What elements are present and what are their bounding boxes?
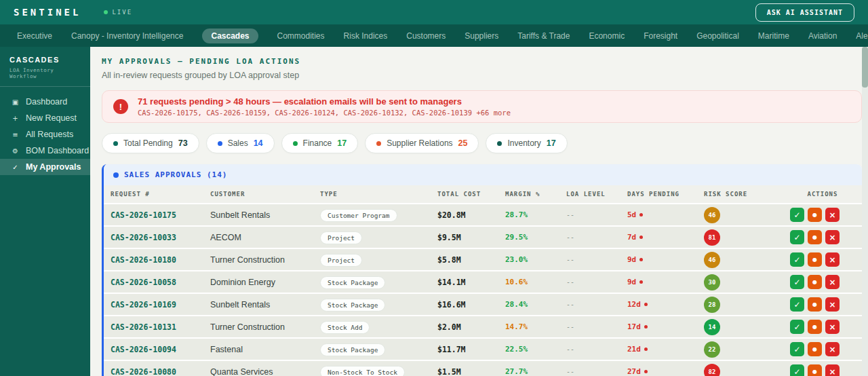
overdue-dot-icon xyxy=(639,280,643,284)
nav-tab-economic[interactable]: Economic xyxy=(589,31,625,41)
nav-tab-tariffs-trade[interactable]: Tariffs & Trade xyxy=(517,31,570,41)
filter-chip-sales[interactable]: Sales14 xyxy=(206,133,275,153)
days-pending: 9d xyxy=(620,278,697,286)
nav-tab-geopolitical[interactable]: Geopolitical xyxy=(696,31,739,41)
sidebar-header: CASCADES LOA Inventory Workflow xyxy=(0,47,90,87)
nav-tab-maritime[interactable]: Maritime xyxy=(758,31,789,41)
hold-button[interactable]: ● xyxy=(808,230,822,244)
approve-button[interactable]: ✓ xyxy=(790,208,804,222)
nav-tab-commodities[interactable]: Commodities xyxy=(277,31,325,41)
margin-percent: 27.7% xyxy=(498,367,559,376)
sidebar-item-new-request[interactable]: +New Request xyxy=(0,110,90,126)
column-header-actions: ACTIONS xyxy=(783,191,862,198)
table-row-cas-2026-10058: CAS-2026-10058Dominion EnergyStock Packa… xyxy=(104,271,862,294)
hold-button[interactable]: ● xyxy=(808,364,822,376)
risk-score-badge: 30 xyxy=(704,274,720,290)
overdue-dot-icon xyxy=(639,258,643,261)
filter-chip-supplier-relations[interactable]: Supplier Relations25 xyxy=(365,133,479,153)
reject-button[interactable]: × xyxy=(825,208,840,222)
section-dot-icon xyxy=(113,172,119,178)
margin-percent: 14.7% xyxy=(498,322,559,331)
days-pending: 9d xyxy=(620,255,697,264)
risk-score-badge: 81 xyxy=(704,229,720,246)
risk-cell: 28 xyxy=(697,297,783,313)
type-badge: Customer Program xyxy=(320,209,397,222)
filter-chip-finance[interactable]: Finance17 xyxy=(281,133,359,153)
type-badge: Stock Add xyxy=(320,321,370,334)
reject-button[interactable]: × xyxy=(825,297,840,312)
reject-button[interactable]: × xyxy=(825,364,840,376)
margin-percent: 28.7% xyxy=(498,210,559,219)
nav-tab-suppliers[interactable]: Suppliers xyxy=(465,31,498,41)
days-value: 9d xyxy=(627,255,636,264)
column-header-request: REQUEST # xyxy=(104,191,203,198)
total-cost: $1.5M xyxy=(431,367,498,376)
hold-button[interactable]: ● xyxy=(808,275,822,289)
approve-button[interactable]: ✓ xyxy=(790,297,804,312)
hold-button[interactable]: ● xyxy=(808,252,822,267)
reject-button[interactable]: × xyxy=(825,230,840,244)
check-icon: ✓ xyxy=(10,164,20,171)
chip-count: 17 xyxy=(337,138,347,148)
approve-button[interactable]: ✓ xyxy=(790,275,804,289)
live-dot-icon xyxy=(104,10,108,14)
nav-tab-customers[interactable]: Customers xyxy=(406,31,446,41)
risk-cell: 81 xyxy=(697,229,783,246)
sidebar-item-label: New Request xyxy=(26,113,77,123)
approve-button[interactable]: ✓ xyxy=(790,252,804,267)
reject-button[interactable]: × xyxy=(825,275,840,289)
type-badge: Non-Stock To Stock xyxy=(320,366,405,376)
nav-tab-risk-indices[interactable]: Risk Indices xyxy=(344,31,388,41)
loa-level: -- xyxy=(559,301,620,308)
risk-score-badge: 46 xyxy=(704,207,720,223)
hold-button[interactable]: ● xyxy=(808,208,822,222)
sidebar-item-dashboard[interactable]: ▣Dashboard xyxy=(0,94,90,110)
sidebar-item-my-approvals[interactable]: ✓My Approvals xyxy=(0,159,90,175)
nav-tab-canopy-inventory-intelligence[interactable]: Canopy - Inventory Intelligence xyxy=(71,31,183,41)
risk-score-badge: 28 xyxy=(704,297,720,313)
page-title: MY APPROVALS — PENDING LOA ACTIONS xyxy=(102,57,862,66)
scrollbar[interactable] xyxy=(862,47,868,376)
type-badge: Project xyxy=(320,254,362,267)
ask-ai-assistant-button[interactable]: ASK AI ASSISTANT xyxy=(755,3,854,22)
margin-percent: 23.0% xyxy=(498,255,559,264)
days-value: 9d xyxy=(627,278,636,286)
risk-score-badge: 46 xyxy=(704,252,720,268)
hold-button[interactable]: ● xyxy=(808,342,822,356)
approve-button[interactable]: ✓ xyxy=(790,342,804,356)
customer-name: Quanta Services xyxy=(203,367,313,376)
table-row-cas-2026-10131: CAS-2026-10131Turner ConstructionStock A… xyxy=(104,316,862,339)
nav-tab-alerts[interactable]: Alerts xyxy=(856,31,868,41)
hold-button[interactable]: ● xyxy=(808,320,822,334)
chip-count: 25 xyxy=(458,138,468,148)
reject-button[interactable]: × xyxy=(825,342,840,356)
hold-button[interactable]: ● xyxy=(808,297,822,312)
reject-button[interactable]: × xyxy=(825,320,840,334)
approve-button[interactable]: ✓ xyxy=(790,230,804,244)
request-id: CAS-2026-10094 xyxy=(104,345,203,354)
loa-level: -- xyxy=(559,211,620,219)
filter-chip-total-pending[interactable]: Total Pending73 xyxy=(102,133,199,153)
total-cost: $5.8M xyxy=(431,255,498,265)
sidebar-item-all-requests[interactable]: ≡All Requests xyxy=(0,126,90,143)
scrollbar-thumb[interactable] xyxy=(862,47,868,88)
nav-tab-executive[interactable]: Executive xyxy=(17,31,52,41)
nav-tab-cascades[interactable]: Cascades xyxy=(202,29,258,43)
margin-percent: 10.6% xyxy=(498,278,559,286)
request-id: CAS-2026-10175 xyxy=(104,210,203,220)
days-pending: 27d xyxy=(620,367,697,376)
plus-icon: + xyxy=(10,115,20,122)
chip-count: 73 xyxy=(178,138,188,148)
sidebar-item-label: All Requests xyxy=(26,130,73,139)
nav-tab-aviation[interactable]: Aviation xyxy=(808,31,837,41)
reject-button[interactable]: × xyxy=(825,252,840,267)
customer-name: Turner Construction xyxy=(203,255,313,265)
row-actions: ✓●× xyxy=(783,297,862,312)
approve-button[interactable]: ✓ xyxy=(790,364,804,376)
type-badge: Stock Package xyxy=(320,343,385,356)
request-id: CAS-2026-10180 xyxy=(104,255,203,265)
filter-chip-inventory[interactable]: Inventory17 xyxy=(486,133,567,153)
nav-tab-foresight[interactable]: Foresight xyxy=(644,31,677,41)
sidebar-item-bom-dashboard[interactable]: ⚙BOM Dashboard xyxy=(0,143,90,159)
approve-button[interactable]: ✓ xyxy=(790,320,804,334)
